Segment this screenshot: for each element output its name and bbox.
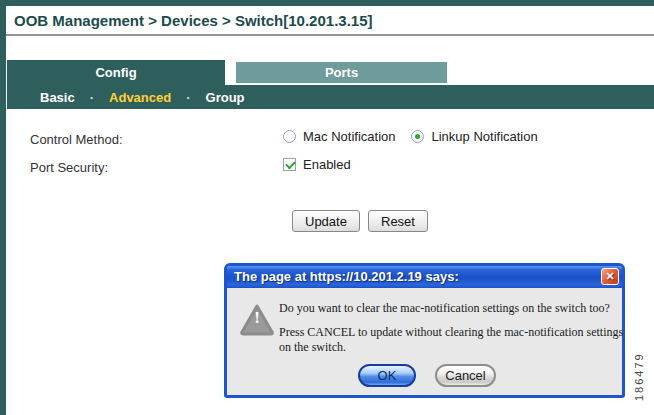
close-button[interactable]: ✕ <box>601 268 619 285</box>
figure-number: 186479 <box>633 352 645 401</box>
dialog-titlebar[interactable]: The page at https://10.201.2.19 says: ✕ <box>227 266 622 288</box>
dialog-message-line2: Press CANCEL to update without clearing … <box>279 325 631 355</box>
subtab-bar: Basic · Advanced · Group <box>7 85 654 109</box>
oob-management-page: OOB Management > Devices > Switch[10.201… <box>0 0 654 415</box>
top-accent-bar <box>0 0 654 6</box>
subtab-group[interactable]: Group <box>206 90 245 105</box>
control-method-label: Control Method: <box>30 132 123 147</box>
radio-mac-notification-label[interactable]: Mac Notification <box>303 129 395 144</box>
dialog-message: Do you want to clear the mac-notificatio… <box>279 301 631 355</box>
port-security-label: Port Security: <box>30 160 108 175</box>
update-button[interactable]: Update <box>292 210 360 232</box>
tab-ports[interactable]: Ports <box>236 62 447 83</box>
subtab-advanced[interactable]: Advanced <box>109 90 171 105</box>
warning-exclamation: ! <box>239 308 275 328</box>
radio-linkup-notification[interactable] <box>411 130 424 143</box>
radio-linkup-notification-label[interactable]: Linkup Notification <box>431 129 537 144</box>
cancel-button[interactable]: Cancel <box>435 364 496 387</box>
tab-config[interactable]: Config <box>7 60 225 85</box>
enabled-checkbox-label[interactable]: Enabled <box>303 157 351 172</box>
subtab-separator: · <box>90 90 94 105</box>
subtab-basic[interactable]: Basic <box>40 90 75 105</box>
dialog-body: ! Do you want to clear the mac-notificat… <box>227 288 622 395</box>
port-security-control: Enabled <box>283 157 351 172</box>
enabled-checkbox[interactable] <box>283 158 296 171</box>
close-icon: ✕ <box>605 270 614 282</box>
control-method-options: Mac Notification Linkup Notification <box>283 129 538 144</box>
left-accent-bar <box>0 0 6 415</box>
subtab-separator: · <box>186 90 190 105</box>
breadcrumb-title: OOB Management > Devices > Switch[10.201… <box>14 12 373 29</box>
alert-dialog: The page at https://10.201.2.19 says: ✕ … <box>224 263 625 398</box>
dialog-message-line1: Do you want to clear the mac-notificatio… <box>279 301 631 316</box>
radio-mac-notification[interactable] <box>283 130 296 143</box>
title-divider <box>6 34 654 36</box>
ok-button[interactable]: OK <box>358 364 416 387</box>
dialog-title: The page at https://10.201.2.19 says: <box>234 269 459 284</box>
reset-button[interactable]: Reset <box>368 210 428 232</box>
